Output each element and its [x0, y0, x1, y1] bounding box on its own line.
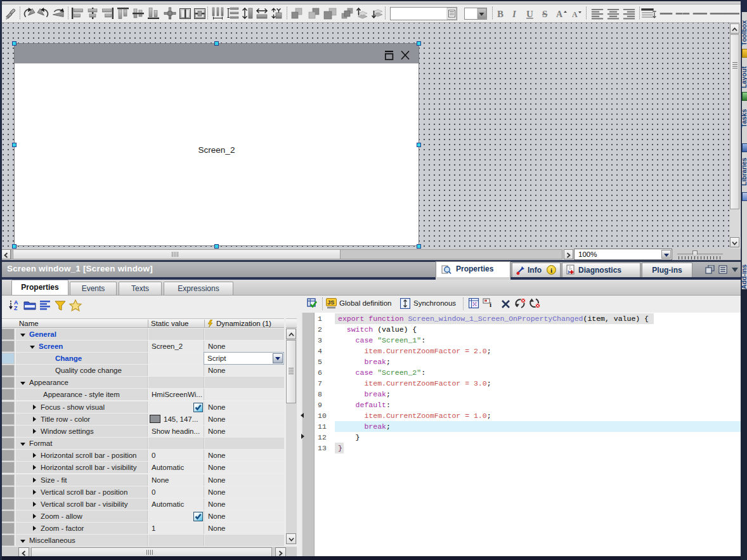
- svg-text:A: A: [556, 10, 563, 19]
- svg-text:S: S: [542, 9, 547, 19]
- svg-text:A: A: [572, 10, 578, 19]
- svg-text:JS: JS: [327, 299, 334, 306]
- svg-text:U: U: [526, 9, 533, 19]
- svg-text:B: B: [497, 9, 503, 19]
- svg-text:i: i: [490, 301, 491, 308]
- svg-text:I: I: [512, 9, 517, 19]
